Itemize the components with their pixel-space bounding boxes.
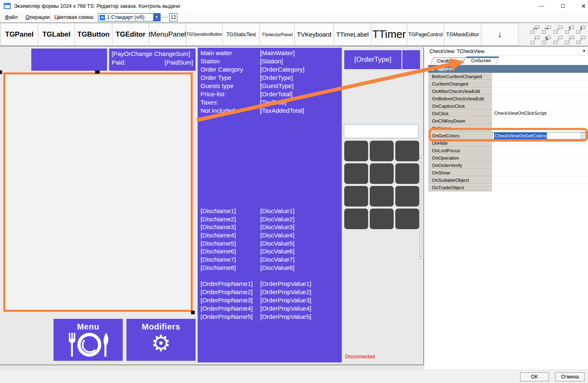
keypad-button[interactable]: [344, 209, 368, 229]
selection-handle[interactable]: [0, 70, 2, 74]
font-size-field[interactable]: 12: [169, 13, 177, 21]
event-name[interactable]: OnCaptionClick: [428, 102, 492, 110]
keypad-button[interactable]: [370, 141, 394, 161]
event-name[interactable]: OnTradeObject: [428, 184, 492, 191]
align-right-edges-icon[interactable]: ↔: [553, 25, 563, 35]
shift-down-icon[interactable]: ↓: [576, 35, 586, 45]
event-name[interactable]: OnCNKeyDown: [428, 117, 492, 125]
keypad-button[interactable]: [395, 186, 419, 207]
toolbar-button-ttimer[interactable]: TTimer: [371, 23, 407, 46]
check-view-widget[interactable]: Main waiter[MainWaiter]Station[Station]O…: [198, 48, 342, 362]
align-horizontal-centers-icon[interactable]: ↦: [541, 25, 552, 35]
align-top-edges-icon[interactable]: ↑: [530, 35, 540, 45]
event-name[interactable]: OnAfterCheckViewEdit: [428, 88, 492, 95]
close-button[interactable]: ✕: [577, 1, 588, 11]
event-name[interactable]: OnShow: [428, 169, 492, 176]
event-group-header[interactable]: − Другое: [428, 65, 588, 73]
form-design-canvas[interactable]: [PayOrChange ChangeSum] Paid: [PaidSum] …: [0, 47, 424, 365]
toolbar-button-tgpanel[interactable]: TGPanel: [0, 23, 38, 46]
payment-panel[interactable]: [PayOrChange ChangeSum] Paid: [PaidSum]: [109, 49, 196, 71]
event-value[interactable]: [492, 73, 588, 80]
event-value[interactable]: [492, 169, 588, 176]
event-name[interactable]: OnFocus: [428, 125, 492, 132]
toolbar-button-tgoperationbutton[interactable]: TGOperationButton: [186, 23, 223, 46]
toolbar-button-tmenupanel[interactable]: tMenuPanel: [149, 23, 186, 46]
event-name[interactable]: CurItemChanged: [428, 80, 492, 88]
collapse-icon[interactable]: −: [430, 67, 435, 71]
align-bottom-edges-icon[interactable]: ↓: [553, 35, 563, 45]
toolbar-button-tvkeyboard[interactable]: TVKeyboard: [294, 23, 334, 46]
event-value[interactable]: [492, 162, 588, 169]
space-equally-horizontal-icon[interactable]: ↥: [564, 25, 575, 35]
event-value[interactable]: [492, 147, 588, 154]
event-name[interactable]: OnOperation: [428, 154, 492, 162]
keypad-button[interactable]: [395, 141, 419, 161]
ellipsis-button[interactable]: ··: [581, 132, 588, 139]
toolbar-button-tselectorpanel[interactable]: TSelectorPanel: [259, 23, 295, 46]
keypad-button[interactable]: [395, 209, 419, 229]
selection-handle[interactable]: [191, 311, 195, 314]
toolbar-button-tgstatictext[interactable]: TGStaticText: [222, 23, 260, 46]
toolbar-button-tglabel[interactable]: TGLabel: [38, 23, 75, 46]
color-scheme-combobox[interactable]: A 1 Стандарт (ч/б) ▼: [98, 13, 161, 21]
event-value[interactable]: CheckViewOnClickScript: [492, 110, 588, 117]
selection-handle[interactable]: [95, 70, 100, 74]
event-value[interactable]: [492, 80, 588, 88]
tab-events[interactable]: События: [464, 56, 498, 65]
cancel-button[interactable]: Отмена: [555, 372, 585, 381]
toolbar-button-tgeditor[interactable]: TGEditor: [112, 23, 149, 46]
event-name[interactable]: OnGetColors: [428, 132, 492, 139]
object-selector[interactable]: CheckView: TCheckView ▼: [428, 47, 588, 56]
keypad-button[interactable]: [370, 186, 394, 207]
keypad-button[interactable]: [344, 186, 368, 207]
panel-widget[interactable]: [31, 49, 107, 71]
event-name[interactable]: OnBeforeCheckViewEdit: [428, 95, 492, 102]
chevron-down-icon[interactable]: ▼: [153, 14, 160, 21]
toolbar-button-tgpagecontrol[interactable]: TGPageControl: [407, 23, 444, 46]
event-value[interactable]: [492, 88, 588, 95]
event-value[interactable]: [492, 125, 588, 132]
event-value[interactable]: CheckViewOnGetColors··: [492, 132, 588, 139]
keypad-button[interactable]: [344, 141, 368, 161]
keypad-button[interactable]: [395, 163, 419, 184]
event-value[interactable]: [492, 102, 588, 110]
event-value[interactable]: [492, 154, 588, 162]
align-vertical-centers-icon[interactable]: ⇅: [541, 35, 552, 45]
menu-button-widget[interactable]: Menu: [54, 319, 123, 361]
event-name[interactable]: OnLostFocus: [428, 147, 492, 154]
order-type-panel[interactable]: [OrderType] Disconnected: [343, 48, 423, 362]
shift-right-icon[interactable]: ↧: [576, 25, 586, 35]
menu-operations[interactable]: Операции: [23, 12, 52, 22]
toolbar-button-tgbutton[interactable]: TGButton: [75, 23, 112, 46]
event-name[interactable]: OnOrderVerify: [428, 162, 492, 169]
collapse-splitter[interactable]: > >: [420, 155, 424, 259]
event-value[interactable]: [492, 176, 588, 184]
keypad-button[interactable]: [370, 209, 394, 229]
event-value[interactable]: [492, 184, 588, 191]
space-equally-vertical-icon[interactable]: ↕: [564, 35, 575, 45]
keypad-button[interactable]: [344, 163, 368, 184]
toolbar-button-tgmaskeditor[interactable]: TGMaskEditor: [444, 23, 481, 46]
order-type-header[interactable]: [OrderType]: [344, 50, 420, 69]
menu-file[interactable]: Файл: [2, 12, 20, 22]
event-name[interactable]: UnHide: [428, 139, 492, 147]
selected-panel-widget[interactable]: [3, 72, 193, 312]
minimize-button[interactable]: —: [535, 1, 548, 11]
event-value[interactable]: [492, 117, 588, 125]
maximize-button[interactable]: ☐: [557, 1, 569, 11]
toolbar-button-↓[interactable]: ↓: [481, 23, 518, 46]
event-name[interactable]: OnSuitableObject: [428, 176, 492, 184]
selected-event-handler[interactable]: CheckViewOnGetColors: [494, 132, 547, 139]
event-name[interactable]: BeforeCurItemChanged: [428, 73, 492, 80]
keypad-button[interactable]: [370, 163, 394, 184]
event-name[interactable]: OnClick: [428, 110, 492, 117]
toolbar-button-ttimelabel[interactable]: TTimeLabel: [334, 23, 371, 46]
entry-field-widget[interactable]: [344, 124, 419, 138]
tab-properties[interactable]: Свойства: [432, 57, 464, 65]
event-value[interactable]: [492, 95, 588, 102]
align-left-edges-icon[interactable]: ↤: [530, 25, 540, 35]
scheme-more-button[interactable]: ···: [162, 13, 169, 21]
modifiers-button-widget[interactable]: Modifiers ⚙: [126, 319, 196, 361]
event-value[interactable]: [492, 139, 588, 147]
chevron-down-icon[interactable]: ▼: [582, 49, 586, 53]
